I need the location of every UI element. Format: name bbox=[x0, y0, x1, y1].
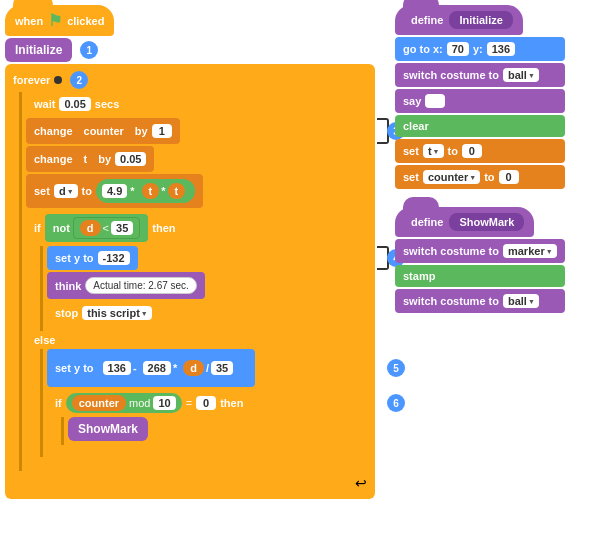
set-y-block[interactable]: set y to -132 bbox=[47, 246, 138, 270]
set-y2-row: set y to 136 - 268 * d / bbox=[47, 349, 375, 387]
define-showmark-group: define ShowMark switch costume to marker… bbox=[395, 207, 565, 313]
if2-header: if counter mod 10 = 0 then 6 bbox=[47, 389, 375, 417]
think-row: think Actual time: 2.67 sec. bbox=[47, 272, 375, 299]
stop-label: stop bbox=[55, 307, 78, 319]
else-body: set y to 136 - 268 * d / bbox=[40, 349, 375, 457]
wait-label: wait bbox=[34, 98, 55, 110]
forever-label: forever bbox=[13, 74, 50, 86]
if2-footer bbox=[47, 445, 375, 453]
switch-costume2-label: switch costume to bbox=[403, 245, 499, 257]
initialize-name: Initialize bbox=[459, 14, 502, 26]
set-t-to: to bbox=[448, 145, 458, 157]
else-label: else bbox=[26, 331, 375, 349]
wait-val: 0.05 bbox=[59, 97, 90, 111]
eq-val: 0 bbox=[196, 396, 216, 410]
switch-costume3-block[interactable]: switch costume to ball bbox=[395, 289, 565, 313]
badge-2: 2 bbox=[70, 71, 88, 89]
go-to-label: go to x: bbox=[403, 43, 443, 55]
set-y2-block[interactable]: set y to 136 - 268 * d / bbox=[47, 349, 255, 387]
set-d-row: set d to 4.9 * t * t bbox=[26, 174, 375, 208]
costume3-dropdown[interactable]: ball bbox=[503, 294, 539, 308]
set-counter-val: 0 bbox=[499, 170, 519, 184]
think-block[interactable]: think Actual time: 2.67 sec. bbox=[47, 272, 205, 299]
initialize-call-block[interactable]: Initialize bbox=[5, 38, 72, 62]
y2-div: / bbox=[206, 362, 209, 374]
mod-val: 10 bbox=[153, 396, 175, 410]
green-flag-icon: ⚑ bbox=[48, 11, 62, 30]
change-t-val: 0.05 bbox=[115, 152, 146, 166]
wait-block[interactable]: wait 0.05 secs bbox=[26, 92, 127, 116]
go-y: 136 bbox=[487, 42, 515, 56]
set-t-block[interactable]: set t to 0 bbox=[395, 139, 565, 163]
change-counter-block[interactable]: change counter by 1 bbox=[26, 118, 180, 144]
switch-costume1-label: switch costume to bbox=[403, 69, 499, 81]
set-d-to: to bbox=[82, 185, 92, 197]
think-label: think bbox=[55, 280, 81, 292]
showmark-name-box: ShowMark bbox=[449, 213, 524, 231]
switch-costume3-label: switch costume to bbox=[403, 295, 499, 307]
t-dropdown[interactable]: t bbox=[423, 144, 444, 158]
when-clicked-block[interactable]: when ⚑ clicked bbox=[5, 5, 114, 36]
showmark-label: ShowMark bbox=[78, 422, 138, 436]
t2: t bbox=[168, 183, 186, 199]
showmark-name: ShowMark bbox=[459, 216, 514, 228]
if-header: if not d < 35 then bbox=[26, 210, 375, 246]
t-times-t: t * t bbox=[138, 181, 190, 201]
define-initialize-block[interactable]: define Initialize bbox=[395, 5, 523, 35]
stamp-block[interactable]: stamp bbox=[395, 265, 565, 287]
define1-label: define bbox=[411, 14, 443, 26]
y2-d: d bbox=[183, 360, 204, 376]
define-showmark-block[interactable]: define ShowMark bbox=[395, 207, 534, 237]
change-t-label: change bbox=[34, 153, 73, 165]
if2-label: if bbox=[55, 397, 62, 409]
d-var-dropdown[interactable]: d bbox=[54, 184, 78, 198]
stop-block[interactable]: stop this script bbox=[47, 301, 160, 325]
val-49: 4.9 bbox=[102, 184, 127, 198]
say-block[interactable]: say bbox=[395, 89, 565, 113]
set-d-label: set bbox=[34, 185, 50, 197]
y2-expr: 136 - 268 * d / 35 bbox=[97, 354, 248, 382]
costume2-dropdown[interactable]: marker bbox=[503, 244, 557, 258]
d-lt-35: d < 35 bbox=[73, 217, 140, 239]
set-d-block[interactable]: set d to 4.9 * t * t bbox=[26, 174, 203, 208]
forever-footer: ↩ bbox=[5, 471, 375, 495]
t-var-field: t bbox=[77, 151, 95, 167]
when-label: when bbox=[15, 15, 43, 27]
change-t-block[interactable]: change t by 0.05 bbox=[26, 146, 154, 172]
if2-body: ShowMark bbox=[61, 417, 375, 445]
not-label: not bbox=[53, 222, 70, 234]
stop-dropdown[interactable]: this script bbox=[82, 306, 152, 320]
switch-costume1-block[interactable]: switch costume to ball bbox=[395, 63, 565, 87]
not-block: not d < 35 bbox=[45, 214, 149, 242]
lt-val: 35 bbox=[111, 221, 133, 235]
go-y-label: y: bbox=[473, 43, 483, 55]
say-input[interactable] bbox=[425, 94, 445, 108]
if-footer bbox=[26, 457, 375, 465]
wait-block-row: wait 0.05 secs bbox=[26, 92, 375, 116]
set-y-label: set y to bbox=[55, 252, 94, 264]
counter-var-field: counter bbox=[77, 123, 131, 139]
set-y-val: -132 bbox=[98, 251, 130, 265]
right-panel: define Initialize go to x: 70 y: 136 swi… bbox=[395, 5, 565, 313]
clear-label: clear bbox=[403, 120, 429, 132]
go-to-block[interactable]: go to x: 70 y: 136 bbox=[395, 37, 565, 61]
y2-136: 136 bbox=[103, 361, 131, 375]
clear-block[interactable]: clear bbox=[395, 115, 565, 137]
set-counter-label: set bbox=[403, 171, 419, 183]
badge-6: 6 bbox=[387, 394, 405, 412]
eq-op: = bbox=[186, 397, 192, 409]
left-panel: when ⚑ clicked Initialize 1 forever 2 wa… bbox=[5, 5, 375, 499]
set-counter-block[interactable]: set counter to 0 bbox=[395, 165, 565, 189]
showmark-block[interactable]: ShowMark bbox=[68, 417, 148, 441]
counter-var2: counter bbox=[72, 395, 126, 411]
switch-costume2-block[interactable]: switch costume to marker bbox=[395, 239, 565, 263]
counter-mod-expr: counter mod 10 bbox=[66, 393, 182, 413]
change-counter-row: change counter by 1 3 bbox=[26, 118, 375, 144]
change-counter-val: 1 bbox=[152, 124, 172, 138]
go-x: 70 bbox=[447, 42, 469, 56]
costume1-dropdown[interactable]: ball bbox=[503, 68, 539, 82]
define-initialize-group: define Initialize go to x: 70 y: 136 swi… bbox=[395, 5, 565, 189]
counter-dropdown[interactable]: counter bbox=[423, 170, 480, 184]
set-counter-to: to bbox=[484, 171, 494, 183]
y2-268: 268 bbox=[143, 361, 171, 375]
